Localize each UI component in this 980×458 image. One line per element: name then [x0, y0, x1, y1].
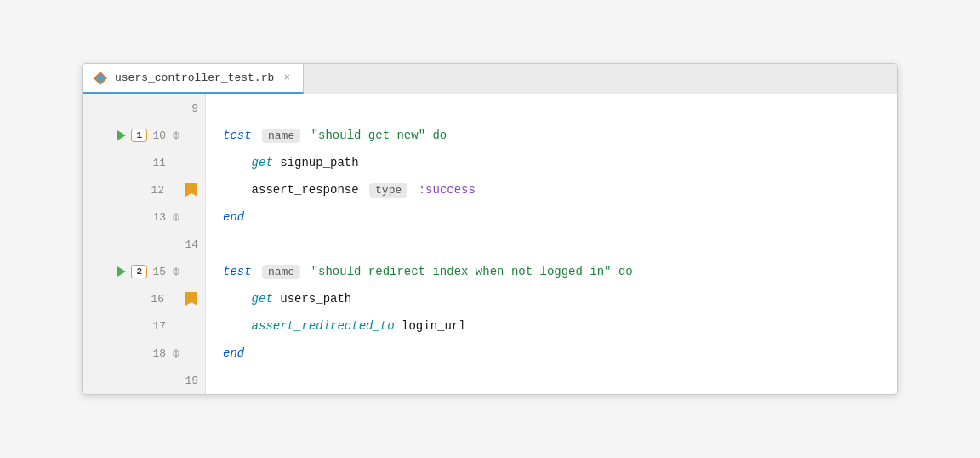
run-test-icon	[117, 347, 128, 359]
editor-line: 14	[83, 231, 897, 258]
editor-line: 17 assert_redirected_to login_url	[83, 312, 897, 340]
bookmark-icon	[186, 318, 198, 334]
run-test-icon[interactable]	[116, 266, 128, 278]
fold-icon	[169, 156, 183, 169]
line-number: 10	[151, 129, 166, 142]
code-token: do	[612, 265, 633, 278]
line-number: 18	[151, 347, 166, 360]
line-number: 17	[151, 320, 166, 333]
fold-icon[interactable]	[169, 210, 183, 224]
line-gutter: 18	[83, 340, 206, 367]
editor-line: 13end	[83, 203, 897, 231]
code-token	[252, 265, 259, 278]
line-number: 19	[183, 375, 198, 387]
run-test-icon	[117, 157, 128, 169]
editor-line: 12 assert_response type :success	[83, 176, 897, 203]
code-token: signup_path	[273, 156, 359, 169]
code-token: do	[425, 129, 447, 142]
file-icon	[93, 71, 108, 86]
code-token: login_url	[395, 319, 466, 333]
code-token: :success	[419, 183, 476, 197]
line-code	[206, 367, 223, 394]
line-number: 12	[149, 184, 164, 197]
bookmark-icon	[185, 291, 198, 306]
run-test-icon	[117, 320, 128, 332]
line-gutter: 19	[83, 367, 206, 394]
code-token: test	[223, 265, 252, 278]
code-token: users_path	[273, 292, 351, 306]
line-code	[206, 231, 223, 258]
editor-body: 9110test name "should get new" do11 get …	[83, 94, 897, 394]
code-token	[359, 183, 366, 197]
line-code: test name "should get new" do	[206, 122, 447, 149]
tab-filename: users_controller_test.rb	[115, 72, 274, 84]
line-code: test name "should redirect index when no…	[206, 258, 633, 285]
code-token	[304, 129, 311, 142]
editor-window: users_controller_test.rb × 9110test name…	[82, 63, 898, 395]
line-gutter: 17	[83, 312, 206, 340]
fold-icon[interactable]	[169, 129, 183, 142]
line-gutter: 9	[83, 94, 206, 122]
name-badge: name	[262, 265, 300, 279]
tab-close-button[interactable]: ×	[281, 72, 293, 84]
line-number: 15	[151, 266, 166, 278]
line-number: 13	[151, 211, 166, 224]
fold-icon[interactable]	[169, 265, 183, 278]
bookmark-icon	[186, 155, 198, 170]
line-code: get signup_path	[206, 149, 359, 176]
tab-bar: users_controller_test.rb ×	[83, 64, 897, 94]
line-number: 11	[151, 157, 166, 169]
fold-icon	[168, 292, 181, 306]
line-code	[206, 94, 223, 122]
run-test-icon	[117, 211, 128, 223]
bookmark-icon	[186, 264, 198, 279]
line-code: get users_path	[206, 285, 351, 312]
editor-line: 16 get users_path	[83, 285, 897, 312]
line-gutter: 13	[83, 203, 206, 231]
code-token: end	[223, 210, 244, 224]
editor-line: 11 get signup_path	[83, 149, 897, 176]
line-number: 9	[183, 102, 198, 115]
editor-line: 215test name "should redirect index when…	[83, 258, 897, 285]
fold-icon	[169, 319, 183, 333]
code-token: assert_redirected_to	[252, 319, 395, 333]
svg-marker-1	[95, 73, 105, 83]
code-token: get	[252, 292, 273, 306]
fold-icon	[168, 183, 181, 197]
bookmark-icon	[186, 209, 198, 225]
line-number: 14	[183, 238, 198, 251]
code-token	[252, 129, 259, 142]
type-badge: type	[369, 183, 407, 198]
line-code: end	[206, 340, 244, 367]
name-badge: name	[262, 129, 300, 143]
run-test-icon	[115, 184, 127, 196]
test-number-badge: 2	[131, 265, 147, 278]
line-code: assert_response type :success	[206, 176, 476, 203]
editor-line: 19	[83, 367, 897, 394]
editor-line: 18end	[83, 340, 897, 367]
bookmark-icon	[186, 346, 198, 361]
test-number-badge: 1	[131, 129, 147, 142]
line-code: assert_redirected_to login_url	[206, 312, 466, 340]
code-token: "should redirect index when not logged i…	[311, 265, 612, 278]
editor-line: 110test name "should get new" do	[83, 122, 897, 149]
line-gutter: 16	[83, 285, 206, 312]
line-gutter: 12	[83, 176, 206, 203]
line-gutter: 110	[83, 122, 206, 149]
code-token: assert_response	[252, 183, 359, 197]
code-token: end	[223, 346, 244, 360]
line-code: end	[206, 203, 244, 231]
fold-icon[interactable]	[169, 346, 183, 360]
active-tab[interactable]: users_controller_test.rb ×	[83, 64, 304, 94]
code-token: test	[223, 129, 252, 142]
code-token	[411, 183, 418, 197]
line-gutter: 11	[83, 149, 206, 176]
editor-line: 9	[83, 94, 897, 122]
line-number: 16	[149, 293, 164, 306]
run-test-icon[interactable]	[116, 129, 128, 141]
line-gutter: 14	[83, 231, 206, 258]
run-test-icon	[115, 293, 127, 305]
bookmark-icon	[185, 182, 198, 198]
line-gutter: 215	[83, 258, 206, 285]
code-token	[304, 265, 311, 278]
